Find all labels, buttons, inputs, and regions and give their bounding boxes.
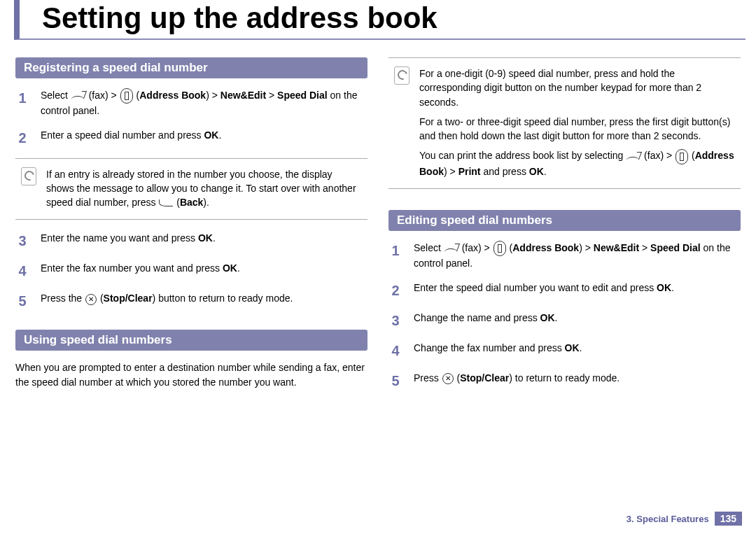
note-p3: You can print the address book list by s… — [419, 148, 735, 178]
address-book-icon — [120, 88, 133, 104]
page-footer: 3. Special Features 135 — [626, 512, 742, 526]
back-icon — [159, 199, 173, 206]
step-text: Enter the name you want and press OK. — [41, 231, 368, 251]
step-text: Change the name and press OK. — [414, 311, 741, 331]
step-text: Enter the fax number you want and press … — [41, 261, 368, 281]
footer-chapter: 3. Special Features — [626, 514, 715, 524]
page-title: Setting up the address book — [14, 0, 746, 40]
stop-clear-icon: ✕ — [85, 294, 97, 305]
step-number: 3 — [388, 311, 402, 331]
step-text: Select (fax) > (Address Book) > New&Edit… — [414, 241, 741, 271]
step-row: 5Press the ✕ (Stop/Clear) button to retu… — [15, 291, 368, 311]
step-row: 2Enter the speed dial number you want to… — [388, 281, 741, 301]
section-header-registering: Registering a speed dial number — [15, 57, 368, 78]
note-p2: For a two- or three-digit speed dial num… — [419, 115, 735, 143]
right-column: For a one-digit (0-9) speed dial number,… — [388, 57, 741, 404]
note-box-registering: If an entry is already stored in the num… — [15, 158, 368, 220]
section-header-using: Using speed dial numbers — [15, 330, 368, 351]
fax-icon — [71, 91, 85, 101]
note-text: If an entry is already stored in the num… — [46, 167, 362, 210]
left-column: Registering a speed dial number 1Select … — [15, 57, 368, 404]
note-box-usage: For a one-digit (0-9) speed dial number,… — [388, 57, 741, 189]
content-columns: Registering a speed dial number 1Select … — [0, 40, 756, 404]
step-row: 5Press ✕ (Stop/Clear) to return to ready… — [388, 371, 741, 391]
address-book-icon — [676, 149, 688, 164]
step-row: 3Enter the name you want and press OK. — [15, 231, 368, 251]
step-number: 5 — [15, 291, 29, 311]
step-row: 4Change the fax number and press OK. — [388, 341, 741, 361]
step-text: Change the fax number and press OK. — [414, 341, 741, 361]
stop-clear-icon: ✕ — [442, 373, 454, 384]
step-number: 3 — [15, 231, 29, 251]
step-text: Enter the speed dial number you want to … — [414, 281, 741, 301]
step-number: 1 — [388, 241, 402, 271]
note-p1: For a one-digit (0-9) speed dial number,… — [419, 66, 735, 109]
fax-icon — [626, 152, 640, 162]
step-text: Press ✕ (Stop/Clear) to return to ready … — [414, 371, 741, 391]
step-text: Press the ✕ (Stop/Clear) button to retur… — [41, 291, 368, 311]
section-header-editing: Editing speed dial numbers — [388, 210, 741, 231]
step-number: 1 — [15, 88, 29, 118]
note-icon — [394, 66, 410, 85]
step-row: 4Enter the fax number you want and press… — [15, 261, 368, 281]
step-number: 4 — [15, 261, 29, 281]
step-row: 1Select (fax) > (Address Book) > New&Edi… — [388, 241, 741, 271]
step-text: Enter a speed dial number and press OK. — [41, 128, 368, 148]
address-book-icon — [493, 241, 506, 256]
step-row: 3Change the name and press OK. — [388, 311, 741, 331]
step-number: 2 — [388, 281, 402, 301]
step-row: 2Enter a speed dial number and press OK. — [15, 128, 368, 148]
step-number: 4 — [388, 341, 402, 361]
step-row: 1Select (fax) > (Address Book) > New&Edi… — [15, 88, 368, 118]
fax-icon — [444, 244, 458, 253]
using-intro-text: When you are prompted to enter a destina… — [15, 360, 368, 390]
step-number: 5 — [388, 371, 402, 391]
step-number: 2 — [15, 128, 29, 148]
note-icon — [21, 167, 36, 185]
note-text: For a one-digit (0-9) speed dial number,… — [419, 66, 735, 178]
footer-page-number: 135 — [715, 512, 742, 526]
step-text: Select (fax) > (Address Book) > New&Edit… — [41, 88, 368, 118]
